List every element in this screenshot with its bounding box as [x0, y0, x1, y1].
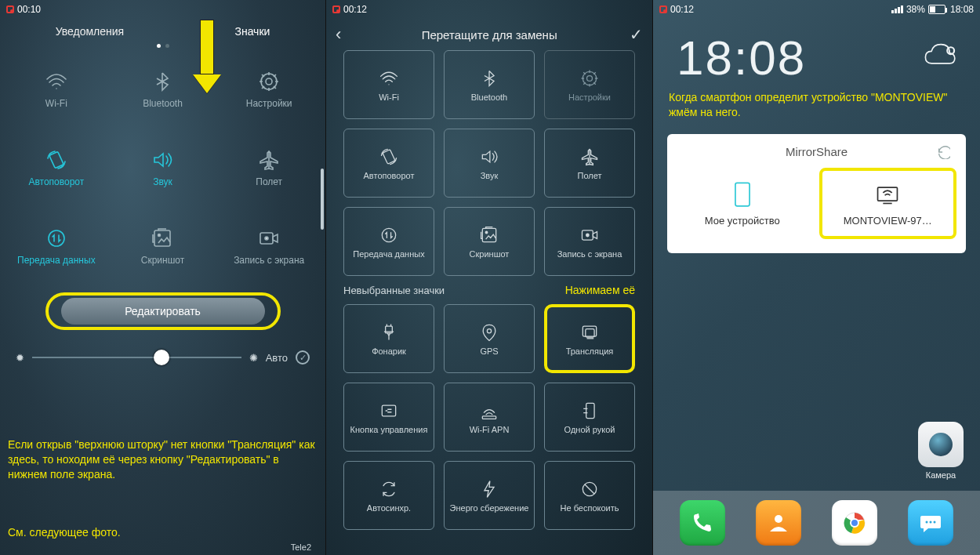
app-chrome[interactable] — [832, 500, 877, 546]
card-title: MirrorShare — [677, 145, 956, 158]
tile-gps[interactable]: GPS — [444, 304, 535, 373]
svg-point-25 — [934, 521, 936, 524]
svg-point-23 — [926, 521, 928, 524]
app-contacts[interactable] — [756, 500, 801, 546]
header-title: Перетащите для замены — [349, 28, 630, 42]
annotation-text-2: См. следующее фото. — [8, 525, 318, 540]
tile-onehand[interactable]: Одной рукой — [544, 383, 635, 452]
recording-time: 00:12 — [343, 4, 367, 15]
device-self[interactable]: Мое устройство — [677, 168, 808, 239]
app-messages[interactable] — [908, 500, 953, 546]
edit-button[interactable]: Редактировать — [61, 298, 265, 325]
auto-label: Авто — [266, 352, 288, 364]
bluetooth-icon — [150, 69, 175, 94]
unselected-grid: Фонарик GPS Трансляция Кнопка управления… — [326, 304, 652, 530]
edit-toggles-panel: 00:12 ‹ Перетащите для замены ✓ Wi-Fi Bl… — [326, 0, 653, 555]
battery-icon — [928, 5, 946, 14]
signal-icon — [891, 5, 903, 13]
selected-grid: Wi-Fi Bluetooth Настройки Автоповорот Зв… — [326, 50, 652, 276]
brightness-slider[interactable] — [32, 357, 241, 358]
toggle-settings[interactable]: Настройки — [216, 53, 322, 126]
brightness-low-icon: ✹ — [16, 352, 24, 364]
tile-wifiapn[interactable]: Wi-Fi APN — [444, 383, 535, 452]
annotation-text: Когда смартфон определит устройство "MON… — [653, 87, 980, 128]
tile-cast[interactable]: Трансляция — [544, 304, 635, 373]
status-time: 18:08 — [950, 4, 974, 15]
status-bar: 00:10 — [0, 0, 325, 19]
toggle-flight[interactable]: Полет — [216, 131, 322, 205]
tile-sound[interactable]: Звук — [444, 129, 535, 198]
device-montoview[interactable]: MONTOVIEW-97… — [819, 168, 957, 239]
camera-icon — [918, 422, 964, 467]
toggle-screenrec[interactable]: Запись с экрана — [216, 209, 322, 283]
scrollbar[interactable] — [321, 169, 324, 230]
tile-flight[interactable]: Полет — [544, 129, 635, 198]
back-button[interactable]: ‹ — [336, 24, 341, 45]
annotation-hint: Нажимаем её — [565, 284, 635, 296]
svg-point-22 — [851, 519, 858, 527]
app-dialer[interactable] — [680, 500, 725, 546]
recording-time: 00:10 — [17, 4, 41, 15]
tile-flashlight[interactable]: Фонарик — [343, 304, 434, 373]
quick-settings-panel: 00:10 Уведомления Значки Wi-Fi Bluetooth… — [0, 0, 326, 555]
clock-row: 18:08 — [653, 19, 980, 87]
tab-icons[interactable]: Значки — [234, 25, 270, 38]
tile-screenshot[interactable]: Скриншот — [444, 207, 535, 276]
tab-notifications[interactable]: Уведомления — [56, 25, 125, 38]
tile-bluetooth[interactable]: Bluetooth — [444, 50, 535, 119]
brightness-row: ✹ ✺ Авто ✓ — [0, 336, 325, 371]
tile-settings[interactable]: Настройки — [544, 50, 635, 119]
annotation-text-1: Если открыв "верхнюю шторку" нет кнопки … — [8, 437, 318, 482]
brightness-high-icon: ✺ — [249, 352, 258, 364]
header: ‹ Перетащите для замены ✓ — [326, 19, 652, 50]
screenshot-icon — [150, 226, 175, 251]
refresh-icon[interactable] — [936, 145, 950, 159]
gear-icon — [256, 69, 281, 94]
auto-brightness-toggle[interactable]: ✓ — [296, 350, 310, 365]
unselected-label: Невыбранные значки — [343, 285, 445, 296]
dock — [653, 491, 980, 555]
battery-pct: 38% — [906, 4, 925, 15]
device-row: Мое устройство MONTOVIEW-97… — [677, 168, 956, 239]
svg-point-19 — [775, 515, 782, 523]
status-bar: 00:12 — [326, 0, 652, 19]
tile-energy[interactable]: Энерго сбережение — [444, 461, 535, 530]
autorotate-icon — [44, 147, 69, 172]
tile-autorotate[interactable]: Автоповорот — [343, 129, 434, 198]
toggle-screenshot[interactable]: Скриншот — [110, 209, 216, 283]
mobile-data-icon — [44, 226, 69, 251]
recording-time: 00:12 — [670, 4, 694, 15]
mirrorshare-panel: 00:12 38% 18:08 18:08 Когда смартфон опр… — [653, 0, 980, 555]
toggle-autorotate[interactable]: Автоповорот — [3, 131, 110, 205]
toggle-sound[interactable]: Звук — [110, 131, 216, 205]
edit-highlight: Редактировать — [45, 292, 281, 330]
quick-toggles-grid: Wi-Fi Bluetooth Настройки Автоповорот Зв… — [0, 48, 325, 283]
tile-navbutton[interactable]: Кнопка управления — [343, 383, 434, 452]
tile-data[interactable]: Передача данных — [343, 207, 434, 276]
toggle-data[interactable]: Передача данных — [3, 209, 110, 283]
svg-point-24 — [930, 521, 932, 524]
annotation-arrow — [200, 20, 221, 93]
record-icon — [256, 226, 281, 251]
tile-dnd[interactable]: Не беспокоить — [544, 461, 635, 530]
lockscreen-clock: 18:08 — [677, 30, 806, 85]
tile-autosync[interactable]: Автосинхр. — [343, 461, 434, 530]
unselected-header: Невыбранные значки Нажимаем её — [326, 276, 652, 304]
sound-icon — [150, 147, 175, 172]
recording-icon — [659, 5, 667, 13]
weather-icon — [922, 39, 956, 77]
tile-screenrec[interactable]: Запись с экрана — [544, 207, 635, 276]
recording-icon — [6, 5, 14, 13]
wifi-icon — [44, 69, 69, 94]
toggle-wifi[interactable]: Wi-Fi — [3, 53, 110, 126]
tile-wifi[interactable]: Wi-Fi — [343, 50, 434, 119]
carrier-label: Tele2 — [291, 542, 311, 552]
status-bar: 00:12 38% 18:08 — [653, 0, 980, 19]
panel-tabs: Уведомления Значки — [0, 19, 325, 44]
airplane-icon — [256, 147, 281, 172]
confirm-button[interactable]: ✓ — [630, 25, 643, 44]
tv-icon — [872, 180, 903, 207]
camera-app[interactable]: Камера — [916, 422, 966, 480]
recording-icon — [332, 5, 340, 13]
mirrorshare-card: MirrorShare Мое устройство MONTOVIEW-97… — [667, 134, 966, 253]
